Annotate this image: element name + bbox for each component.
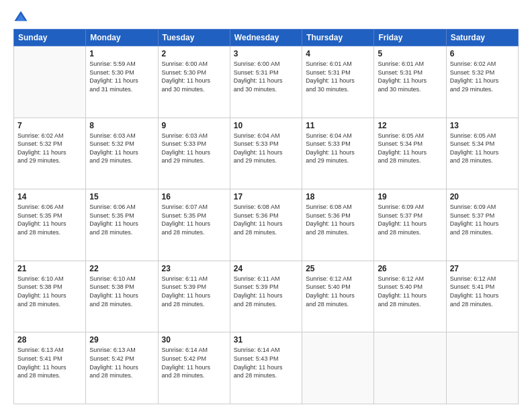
day-number: 1 (89, 49, 154, 58)
day-info: Sunrise: 6:04 AM Sunset: 5:33 PM Dayligh… (234, 132, 298, 165)
day-number: 20 (450, 192, 515, 201)
day-info: Sunrise: 6:12 AM Sunset: 5:41 PM Dayligh… (450, 275, 515, 308)
day-number: 6 (450, 49, 515, 58)
day-number: 15 (89, 192, 154, 201)
day-number: 29 (89, 335, 154, 345)
day-number: 12 (378, 121, 442, 130)
day-info: Sunrise: 6:14 AM Sunset: 5:42 PM Dayligh… (162, 346, 226, 379)
day-number: 22 (89, 264, 154, 273)
calendar-cell (14, 46, 86, 118)
calendar-cell: 31Sunrise: 6:14 AM Sunset: 5:43 PM Dayli… (230, 332, 302, 404)
day-info: Sunrise: 6:08 AM Sunset: 5:36 PM Dayligh… (234, 203, 298, 236)
day-number: 21 (17, 264, 82, 273)
calendar-table: SundayMondayTuesdayWednesdayThursdayFrid… (13, 29, 519, 404)
calendar-week-3: 21Sunrise: 6:10 AM Sunset: 5:38 PM Dayli… (14, 261, 519, 332)
day-info: Sunrise: 6:12 AM Sunset: 5:40 PM Dayligh… (306, 275, 370, 308)
day-header-friday: Friday (374, 30, 446, 46)
calendar-cell: 24Sunrise: 6:11 AM Sunset: 5:39 PM Dayli… (230, 261, 302, 332)
day-number: 26 (378, 264, 442, 273)
day-number: 5 (378, 49, 442, 58)
calendar-cell: 5Sunrise: 6:01 AM Sunset: 5:31 PM Daylig… (374, 46, 446, 118)
day-number: 30 (162, 335, 226, 345)
day-info: Sunrise: 6:11 AM Sunset: 5:39 PM Dayligh… (234, 275, 298, 308)
calendar-cell: 9Sunrise: 6:03 AM Sunset: 5:33 PM Daylig… (158, 118, 230, 189)
day-number: 23 (162, 264, 226, 273)
day-number: 7 (17, 121, 82, 130)
calendar-cell: 22Sunrise: 6:10 AM Sunset: 5:38 PM Dayli… (86, 261, 158, 332)
calendar-cell: 25Sunrise: 6:12 AM Sunset: 5:40 PM Dayli… (302, 261, 374, 332)
day-info: Sunrise: 6:02 AM Sunset: 5:32 PM Dayligh… (450, 60, 515, 93)
day-info: Sunrise: 6:13 AM Sunset: 5:41 PM Dayligh… (17, 346, 82, 379)
calendar-week-0: 1Sunrise: 5:59 AM Sunset: 5:30 PM Daylig… (14, 46, 519, 118)
day-info: Sunrise: 6:06 AM Sunset: 5:35 PM Dayligh… (89, 203, 154, 236)
calendar-cell: 18Sunrise: 6:08 AM Sunset: 5:36 PM Dayli… (302, 189, 374, 261)
day-info: Sunrise: 6:03 AM Sunset: 5:33 PM Dayligh… (162, 132, 226, 165)
calendar-cell: 27Sunrise: 6:12 AM Sunset: 5:41 PM Dayli… (446, 261, 518, 332)
day-info: Sunrise: 6:01 AM Sunset: 5:31 PM Dayligh… (306, 60, 370, 93)
day-number: 10 (234, 121, 298, 130)
calendar-cell: 19Sunrise: 6:09 AM Sunset: 5:37 PM Dayli… (374, 189, 446, 261)
calendar-cell: 2Sunrise: 6:00 AM Sunset: 5:30 PM Daylig… (158, 46, 230, 118)
day-info: Sunrise: 5:59 AM Sunset: 5:30 PM Dayligh… (89, 60, 154, 93)
day-number: 11 (306, 121, 370, 130)
calendar-week-2: 14Sunrise: 6:06 AM Sunset: 5:35 PM Dayli… (14, 189, 519, 261)
calendar-cell: 11Sunrise: 6:04 AM Sunset: 5:33 PM Dayli… (302, 118, 374, 189)
calendar-cell (302, 332, 374, 404)
day-info: Sunrise: 6:13 AM Sunset: 5:42 PM Dayligh… (89, 346, 154, 379)
calendar-cell: 20Sunrise: 6:09 AM Sunset: 5:37 PM Dayli… (446, 189, 518, 261)
calendar-cell: 3Sunrise: 6:00 AM Sunset: 5:31 PM Daylig… (230, 46, 302, 118)
calendar-cell: 21Sunrise: 6:10 AM Sunset: 5:38 PM Dayli… (14, 261, 86, 332)
day-header-sunday: Sunday (14, 30, 86, 46)
day-info: Sunrise: 6:09 AM Sunset: 5:37 PM Dayligh… (378, 203, 442, 236)
calendar-cell (446, 332, 518, 404)
calendar-cell: 23Sunrise: 6:11 AM Sunset: 5:39 PM Dayli… (158, 261, 230, 332)
calendar-cell: 26Sunrise: 6:12 AM Sunset: 5:40 PM Dayli… (374, 261, 446, 332)
calendar-cell: 12Sunrise: 6:05 AM Sunset: 5:34 PM Dayli… (374, 118, 446, 189)
day-info: Sunrise: 6:09 AM Sunset: 5:37 PM Dayligh… (450, 203, 515, 236)
day-info: Sunrise: 6:14 AM Sunset: 5:43 PM Dayligh… (234, 346, 298, 379)
calendar-cell: 16Sunrise: 6:07 AM Sunset: 5:35 PM Dayli… (158, 189, 230, 261)
day-info: Sunrise: 6:00 AM Sunset: 5:31 PM Dayligh… (234, 60, 298, 93)
day-number: 13 (450, 121, 515, 130)
calendar-cell: 28Sunrise: 6:13 AM Sunset: 5:41 PM Dayli… (14, 332, 86, 404)
day-number: 14 (17, 192, 82, 201)
calendar-cell: 17Sunrise: 6:08 AM Sunset: 5:36 PM Dayli… (230, 189, 302, 261)
day-info: Sunrise: 6:12 AM Sunset: 5:40 PM Dayligh… (378, 275, 442, 308)
calendar-cell: 13Sunrise: 6:05 AM Sunset: 5:34 PM Dayli… (446, 118, 518, 189)
day-header-saturday: Saturday (446, 30, 518, 46)
day-info: Sunrise: 6:05 AM Sunset: 5:34 PM Dayligh… (378, 132, 442, 165)
logo-icon (13, 10, 28, 25)
logo-area (13, 10, 30, 25)
day-info: Sunrise: 6:03 AM Sunset: 5:32 PM Dayligh… (89, 132, 154, 165)
header (13, 10, 519, 25)
calendar-cell: 6Sunrise: 6:02 AM Sunset: 5:32 PM Daylig… (446, 46, 518, 118)
day-number: 8 (89, 121, 154, 130)
calendar-cell: 15Sunrise: 6:06 AM Sunset: 5:35 PM Dayli… (86, 189, 158, 261)
day-info: Sunrise: 6:08 AM Sunset: 5:36 PM Dayligh… (306, 203, 370, 236)
day-number: 4 (306, 49, 370, 58)
day-number: 25 (306, 264, 370, 273)
day-info: Sunrise: 6:07 AM Sunset: 5:35 PM Dayligh… (162, 203, 226, 236)
calendar-header-row: SundayMondayTuesdayWednesdayThursdayFrid… (14, 30, 519, 46)
calendar-cell: 8Sunrise: 6:03 AM Sunset: 5:32 PM Daylig… (86, 118, 158, 189)
day-info: Sunrise: 6:02 AM Sunset: 5:32 PM Dayligh… (17, 132, 82, 165)
day-number: 9 (162, 121, 226, 130)
day-number: 24 (234, 264, 298, 273)
calendar-cell: 10Sunrise: 6:04 AM Sunset: 5:33 PM Dayli… (230, 118, 302, 189)
day-info: Sunrise: 6:00 AM Sunset: 5:30 PM Dayligh… (162, 60, 226, 93)
day-info: Sunrise: 6:10 AM Sunset: 5:38 PM Dayligh… (89, 275, 154, 308)
day-number: 2 (162, 49, 226, 58)
day-number: 27 (450, 264, 515, 273)
calendar-cell (374, 332, 446, 404)
day-info: Sunrise: 6:06 AM Sunset: 5:35 PM Dayligh… (17, 203, 82, 236)
day-number: 28 (17, 335, 82, 345)
day-header-thursday: Thursday (302, 30, 374, 46)
day-number: 18 (306, 192, 370, 201)
day-info: Sunrise: 6:10 AM Sunset: 5:38 PM Dayligh… (17, 275, 82, 308)
day-info: Sunrise: 6:04 AM Sunset: 5:33 PM Dayligh… (306, 132, 370, 165)
calendar-cell: 14Sunrise: 6:06 AM Sunset: 5:35 PM Dayli… (14, 189, 86, 261)
day-info: Sunrise: 6:05 AM Sunset: 5:34 PM Dayligh… (450, 132, 515, 165)
day-number: 3 (234, 49, 298, 58)
day-header-wednesday: Wednesday (230, 30, 302, 46)
day-info: Sunrise: 6:11 AM Sunset: 5:39 PM Dayligh… (162, 275, 226, 308)
